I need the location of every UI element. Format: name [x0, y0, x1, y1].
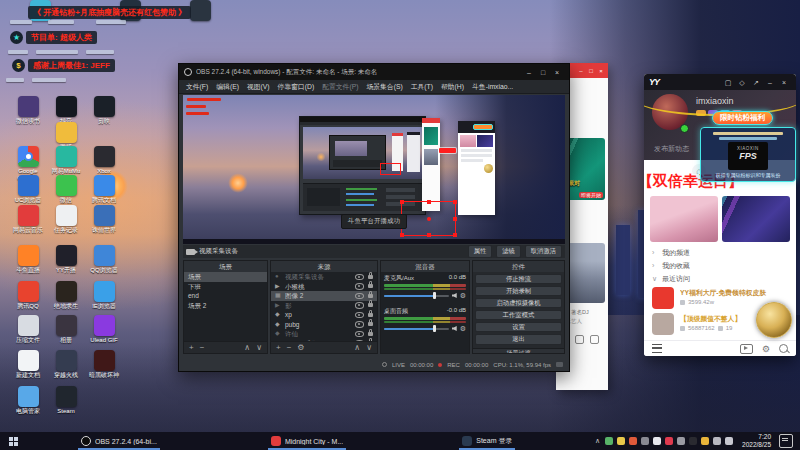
maximize-icon[interactable]: □ [536, 65, 550, 80]
desktop-icon-YY开播[interactable]: YY开播 [48, 245, 84, 274]
menu-icon[interactable] [652, 344, 662, 353]
live-thumbnail-1[interactable] [650, 196, 718, 242]
source-item[interactable]: ◆pubg [271, 320, 377, 330]
popout-icon[interactable]: ↗ [749, 75, 763, 90]
desktop-icon-抖音[interactable]: 抖音 [48, 96, 84, 125]
minimize-icon[interactable]: – [576, 68, 586, 74]
desktop-icon-Steam[interactable]: Steam [48, 386, 84, 415]
desktop-icon-新建文档[interactable]: 新建文档 [10, 350, 46, 379]
yy-nav-item[interactable]: ∨最近访问 [652, 272, 788, 285]
toolbar-button[interactable]: 取消激活 [525, 245, 562, 258]
remove-source-button[interactable]: − [287, 343, 292, 353]
tray-icon[interactable] [713, 437, 721, 445]
move-scene-up-button[interactable]: ∧ [244, 343, 250, 353]
tray-icon[interactable] [617, 437, 625, 445]
desktop-icon-腾讯QQ[interactable]: 腾讯QQ [10, 281, 46, 310]
lock-icon[interactable] [368, 322, 373, 326]
stop-streaming-button[interactable]: 停止推流 [475, 274, 562, 285]
source-properties-button[interactable]: ⚙ [297, 343, 304, 353]
desktop-icon-微信[interactable]: 微信 [48, 175, 84, 204]
minimize-icon[interactable]: – [763, 75, 777, 90]
desktop-icon-相册[interactable]: 相册 [48, 315, 84, 344]
visibility-eye-icon[interactable] [355, 321, 364, 328]
tray-icon[interactable] [653, 437, 661, 445]
start-recording-button[interactable]: 开始录制 [475, 286, 562, 297]
desktop-icon-暗黑破坏神[interactable]: 暗黑破坏神 [86, 350, 122, 379]
tray-icon[interactable] [605, 437, 613, 445]
tray-icon[interactable] [629, 437, 637, 445]
desktop-icon-微信读书[interactable]: 微信读书 [10, 96, 46, 125]
desktop-icon-QQ浏览器[interactable]: QQ浏览器 [86, 245, 122, 274]
taskbar-item-music[interactable]: Midnight City - M... [264, 432, 350, 450]
toolbar-button[interactable]: 属性 [468, 245, 493, 258]
start-button[interactable] [0, 432, 26, 450]
source-item[interactable]: ▶影 [271, 301, 377, 311]
visibility-eye-icon[interactable] [355, 331, 364, 338]
visibility-eye-icon[interactable] [355, 283, 364, 290]
visibility-eye-icon[interactable] [355, 274, 364, 281]
menu-item[interactable]: 场景集合(S) [366, 82, 402, 92]
theme-icon[interactable]: ▢ [721, 75, 735, 90]
visibility-eye-icon[interactable] [355, 312, 364, 319]
volume-slider[interactable] [384, 328, 449, 330]
exit-button[interactable]: 退出 [475, 334, 562, 345]
add-scene-button[interactable]: + [189, 343, 194, 353]
post-update-hint[interactable]: 发布新动态 [654, 144, 689, 154]
desktop-icon-Xbox[interactable]: Xbox [86, 146, 122, 175]
desktop-icon-诛仙世界[interactable]: 诛仙世界 [86, 205, 122, 234]
obs-titlebar[interactable]: OBS 27.2.4 (64-bit, windows) - 配置文件: 未命名… [179, 64, 569, 80]
remove-scene-button[interactable]: − [200, 343, 205, 353]
tray-expand-icon[interactable]: ∧ [595, 437, 600, 445]
apps-icon[interactable]: ◇ [735, 75, 749, 90]
source-item[interactable]: ◆许仙 [271, 329, 377, 339]
tray-icon[interactable] [689, 437, 697, 445]
tray-icon[interactable] [641, 437, 649, 445]
slider-handle[interactable] [433, 292, 436, 299]
close-icon[interactable]: × [550, 65, 564, 80]
desktop-icon-绝地求生[interactable]: 绝地求生 [48, 281, 84, 310]
gear-icon[interactable]: ⚙ [460, 325, 466, 332]
desktop-icon-IE浏览器[interactable]: IE浏览器 [86, 281, 122, 310]
live-thumbnail-2[interactable] [722, 196, 790, 242]
scene-item[interactable]: end [184, 291, 267, 301]
taskbar-item-obs[interactable]: OBS 27.2.4 (64-bi... [74, 432, 164, 450]
menu-item[interactable]: 编辑(E) [216, 82, 239, 92]
desktop-icon-网易云音乐[interactable]: 网易云音乐 [10, 205, 46, 234]
preview-selection-box[interactable] [401, 201, 456, 236]
add-source-button[interactable]: + [276, 343, 281, 353]
desktop-icon-斗鱼直播[interactable]: 斗鱼直播 [10, 245, 46, 274]
close-icon[interactable]: × [777, 75, 791, 90]
speaker-icon[interactable] [452, 326, 457, 331]
notification-center-icon[interactable] [779, 434, 793, 448]
lock-icon[interactable] [368, 294, 373, 298]
desktop-icon-穿越火线[interactable]: 穿越火线 [48, 350, 84, 379]
menu-item[interactable]: 视图(V) [247, 82, 270, 92]
visibility-eye-icon[interactable] [355, 302, 364, 309]
tray-icon[interactable] [725, 437, 733, 445]
virtual-camera-button[interactable]: 启动虚拟摄像机 [475, 298, 562, 309]
scene-item[interactable]: 下班 [184, 282, 267, 292]
menu-item[interactable]: 文件(F) [186, 82, 208, 92]
source-item[interactable]: ▶小猴桃 [271, 282, 377, 292]
source-item[interactable]: ●视频采集设备 [271, 272, 377, 282]
gear-icon[interactable]: ⚙ [762, 344, 770, 354]
desktop-icon-剪映[interactable]: 剪映 [86, 96, 122, 125]
video-icon[interactable] [740, 344, 753, 354]
settings-button[interactable]: 设置 [475, 322, 562, 333]
minimize-icon[interactable]: – [522, 65, 536, 80]
gear-icon[interactable]: ⚙ [460, 292, 466, 299]
music-icon[interactable] [590, 335, 599, 344]
lock-icon[interactable] [368, 313, 373, 317]
scene-item[interactable]: 场景 [184, 272, 267, 282]
desktop-icon-UC浏览器[interactable]: UC浏览器 [10, 175, 46, 204]
menu-item[interactable]: 停靠窗口(D) [278, 82, 315, 92]
move-source-down-button[interactable]: ∨ [366, 343, 372, 353]
maximize-icon[interactable]: □ [586, 68, 596, 74]
move-source-up-button[interactable]: ∧ [354, 343, 360, 353]
tray-icon[interactable] [677, 437, 685, 445]
desktop-icon-网易MuMu[interactable]: 网易MuMu [48, 146, 84, 175]
toolbar-button[interactable]: 滤镜 [496, 245, 521, 258]
obs-preview-canvas[interactable]: 斗鱼平台开播成功 [183, 95, 565, 244]
lock-icon[interactable] [368, 332, 373, 336]
yy-titlebar[interactable]: YY ▢◇↗–× [644, 74, 796, 90]
